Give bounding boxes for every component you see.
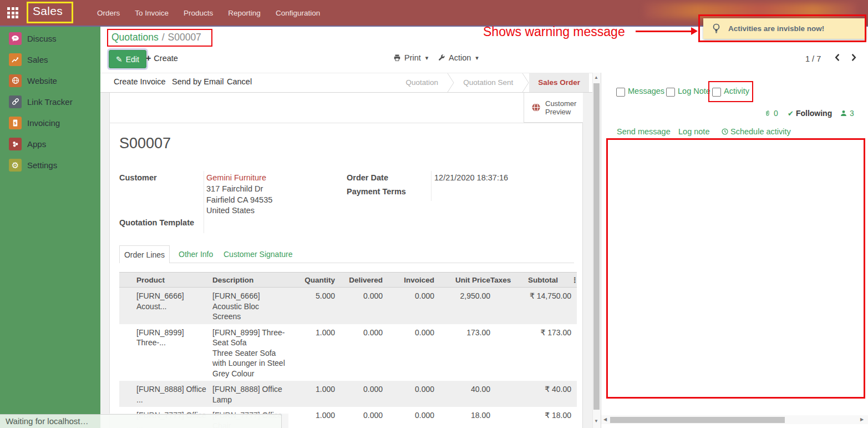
activity-checkbox-label[interactable]: Activity (724, 87, 749, 95)
user-icon (840, 109, 847, 117)
log-note-checkbox-label[interactable]: Log Note (678, 87, 710, 95)
cell-subtotal: ₹ 40.00 (516, 381, 571, 407)
stage-quotation[interactable]: Quotation (397, 73, 448, 92)
warning-tooltip: Activities are invisble now! (703, 18, 866, 39)
scroll-up-icon[interactable]: ▲ (594, 75, 598, 80)
cell-invoiced: 0.000 (383, 381, 434, 407)
link-chain-icon (9, 95, 22, 108)
drawer-item-link-tracker[interactable]: Link Tracker (0, 91, 100, 112)
tab-customer-signature[interactable]: Customer Signature (224, 250, 293, 259)
col-invoiced[interactable]: Invoiced (383, 273, 434, 287)
cell-subtotal: ₹ 18.00 (516, 407, 571, 428)
order-date-label: Order Date (347, 173, 388, 182)
table-row[interactable]: [FURN_6666] Acoust... [FURN_6666] Acoust… (119, 288, 577, 324)
create-button[interactable]: + Create (146, 53, 178, 63)
cell-taxes (490, 381, 516, 407)
apps-grid-icon[interactable] (7, 7, 18, 18)
tab-order-lines[interactable]: Order Lines (119, 245, 170, 263)
apps-drawer: Discuss Sales Website Link Tracker $ Inv… (0, 27, 100, 428)
stage-pipeline: Quotation Quotation Sent Sales Order (397, 73, 589, 92)
breadcrumb-quotations-link[interactable]: Quotations (111, 32, 159, 43)
menu-configuration[interactable]: Configuration (276, 9, 320, 17)
followers-button[interactable]: 3 (840, 109, 854, 118)
menu-orders[interactable]: Orders (97, 9, 120, 17)
customer-preview-button[interactable]: Customer Preview (524, 93, 583, 123)
pager-next-button[interactable] (849, 53, 858, 64)
menu-products[interactable]: Products (184, 9, 213, 17)
send-message-button[interactable]: Send message (617, 127, 671, 136)
drawer-item-invoicing[interactable]: $ Invoicing (0, 112, 100, 133)
clock-icon (721, 128, 729, 135)
stage-quotation-sent[interactable]: Quotation Sent (454, 73, 522, 92)
scroll-right-icon[interactable]: ▶ (860, 417, 864, 422)
column-options-icon[interactable]: ⋮ (571, 273, 577, 287)
log-note-checkbox[interactable] (666, 88, 675, 97)
drawer-label: Apps (27, 139, 46, 149)
cell-delivered: 0.000 (335, 288, 383, 324)
drawer-item-discuss[interactable]: Discuss (0, 28, 100, 49)
drawer-label: Discuss (27, 34, 57, 43)
log-note-button[interactable]: Log note (678, 127, 709, 136)
gear-icon: ⚙ (9, 159, 22, 172)
menu-to-invoice[interactable]: To Invoice (135, 9, 169, 17)
drawer-item-sales[interactable]: Sales (0, 49, 100, 70)
drawer-item-website[interactable]: Website (0, 70, 100, 91)
cell-subtotal: ₹ 14,750.00 (516, 288, 571, 324)
cell-quantity: 1.000 (288, 407, 335, 428)
tab-other-info[interactable]: Other Info (179, 250, 213, 259)
scroll-left-icon[interactable]: ◀ (603, 417, 607, 422)
horizontal-scrollbar-thumb[interactable] (610, 417, 785, 423)
following-button[interactable]: ✔ Following (788, 109, 832, 118)
schedule-activity-button[interactable]: Schedule activity (721, 127, 791, 136)
col-taxes[interactable]: Taxes (490, 273, 516, 287)
drawer-item-apps[interactable]: Apps (0, 133, 100, 154)
col-delivered[interactable]: Delivered (335, 273, 383, 287)
create-invoice-button[interactable]: Create Invoice (114, 77, 166, 86)
cell-description: [FURN_8999] Three- Seat Sofa Three Seate… (212, 324, 288, 381)
pager-previous-button[interactable] (833, 53, 842, 64)
vertical-scrollbar-thumb[interactable] (593, 83, 600, 410)
cell-quantity: 1.000 (288, 381, 335, 407)
col-subtotal[interactable]: Subtotal (516, 273, 571, 287)
table-row[interactable]: [FURN_8999] Three-... [FURN_8999] Three-… (119, 324, 577, 381)
messages-checkbox-label[interactable]: Messages (628, 87, 664, 95)
customer-link[interactable]: Gemini Furniture (206, 173, 266, 182)
cell-unit-price: 2,950.00 (434, 288, 490, 324)
cell-subtotal: ₹ 173.00 (516, 324, 571, 381)
app-title[interactable]: Sales (33, 4, 63, 18)
col-product[interactable]: Product (136, 273, 212, 287)
cell-taxes (490, 407, 516, 428)
tabs-underline (119, 263, 574, 263)
attachments-button[interactable]: 0 (764, 109, 778, 118)
messages-checkbox[interactable] (616, 88, 625, 97)
drawer-label: Link Tracker (27, 97, 73, 107)
lightbulb-icon (712, 23, 721, 35)
table-row[interactable]: [FURN_8888] Office ... [FURN_8888] Offic… (119, 381, 577, 407)
table-body: [FURN_6666] Acoust... [FURN_6666] Acoust… (119, 288, 577, 428)
stage-sales-order[interactable]: Sales Order (529, 73, 589, 92)
edit-button[interactable]: ✎ Edit (109, 50, 146, 68)
cell-invoiced: 0.000 (383, 324, 434, 381)
cell-product: [FURN_8999] Three-... (136, 324, 212, 381)
cell-description: [FURN_6666] Acoustic Bloc Screens (212, 288, 288, 324)
activity-checkbox[interactable] (712, 88, 721, 97)
cell-delivered: 0.000 (335, 407, 383, 428)
apps-cluster-icon (9, 138, 22, 150)
col-quantity[interactable]: Quantity (288, 273, 335, 287)
quotation-template-label: Quotation Template (119, 218, 194, 227)
action-dropdown-button[interactable]: Action ▾ (438, 53, 479, 62)
discuss-chat-icon (9, 32, 22, 45)
drawer-label: Settings (27, 160, 57, 170)
chatter-panel (601, 73, 868, 428)
cancel-button[interactable]: Cancel (227, 77, 252, 86)
scroll-down-icon[interactable]: ▼ (594, 419, 598, 424)
drawer-item-settings[interactable]: ⚙ Settings (0, 154, 100, 175)
col-description[interactable]: Description (212, 273, 288, 287)
send-by-email-button[interactable]: Send by Email (172, 77, 224, 86)
breadcrumb: Quotations/S00007 (111, 32, 201, 43)
col-unit-price[interactable]: Unit Price (434, 273, 490, 287)
cell-product: [FURN_6666] Acoust... (136, 288, 212, 324)
print-dropdown-button[interactable]: Print ▾ (393, 53, 428, 62)
payment-terms-label: Payment Terms (347, 187, 406, 196)
menu-reporting[interactable]: Reporting (228, 9, 261, 17)
